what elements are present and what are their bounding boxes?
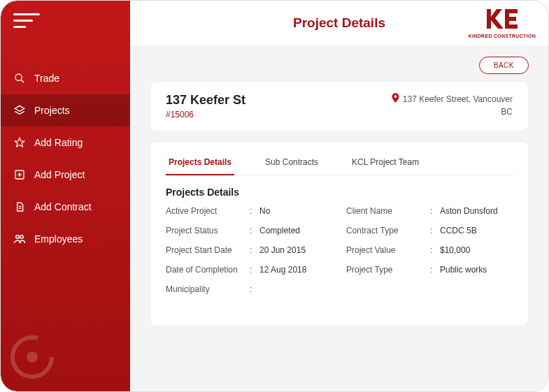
- project-name: 137 Keefer St: [166, 93, 245, 108]
- sidebar-item-projects[interactable]: Projects: [1, 94, 130, 126]
- detail-value: Aston Dunsford: [440, 206, 498, 216]
- svg-rect-1: [13, 20, 33, 22]
- detail-value: $10,000: [440, 245, 470, 255]
- project-address: 137 Keefer Street, Vancouver BC: [392, 93, 513, 117]
- tab-kcl-project-team[interactable]: KCL Project Team: [349, 150, 422, 175]
- section-title: Projects Details: [166, 187, 513, 198]
- people-icon: [13, 233, 26, 245]
- topbar: Project Details KINDRED CONSTRUCTION: [130, 1, 548, 45]
- back-button[interactable]: BACK: [479, 57, 529, 74]
- detail-row: Project Value:$10,000: [346, 245, 513, 255]
- detail-row: Municipality:: [166, 284, 332, 294]
- sidebar-item-trade[interactable]: Trade: [1, 62, 130, 94]
- detail-label: Municipality: [166, 284, 250, 294]
- detail-row: Date of Completion:12 Aug 2018: [166, 265, 332, 275]
- sidebar-item-label: Projects: [34, 105, 70, 116]
- address-line2: BC: [392, 107, 513, 117]
- svg-point-13: [20, 235, 24, 239]
- detail-value: No: [259, 206, 270, 216]
- brand-logo: KINDRED CONSTRUCTION: [469, 8, 536, 38]
- detail-label: Project Status: [166, 226, 250, 235]
- detail-value: 12 Aug 2018: [259, 265, 306, 275]
- svg-rect-0: [13, 13, 40, 15]
- sidebar-item-add-rating[interactable]: Add Rating: [1, 126, 130, 159]
- tab-projects-details[interactable]: Projects Details: [166, 150, 234, 175]
- project-details-card: Projects Details Sub Contracts KCL Proje…: [150, 141, 529, 326]
- sidebar: Trade Projects Add Rating Add Project: [1, 1, 130, 391]
- plus-square-icon: [13, 168, 26, 181]
- detail-value: CCDC 5B: [440, 226, 477, 235]
- detail-label: Active Project: [166, 206, 250, 216]
- detail-value: Completed: [259, 226, 300, 235]
- sidebar-item-label: Employees: [34, 233, 83, 245]
- detail-label: Project Value: [346, 245, 430, 255]
- star-plus-icon: [13, 136, 26, 149]
- detail-row: Project Status:Completed: [166, 226, 332, 235]
- detail-label: Client Name: [346, 206, 430, 216]
- sidebar-item-label: Add Contract: [34, 201, 92, 212]
- detail-label: Date of Completion: [166, 265, 250, 275]
- content: BACK 137 Keefer St #15006 137 Keefer Str…: [130, 45, 548, 391]
- page-title: Project Details: [293, 15, 385, 31]
- tabs: Projects Details Sub Contracts KCL Proje…: [163, 150, 515, 175]
- address-line1: 137 Keefer Street, Vancouver: [403, 94, 513, 104]
- sidebar-item-label: Add Rating: [34, 137, 83, 148]
- detail-row: Active Project:No: [166, 206, 332, 216]
- project-id: #15006: [166, 110, 245, 119]
- detail-row: Contract Type:CCDC 5B: [346, 226, 513, 235]
- svg-line-4: [21, 80, 24, 82]
- logo-caption: KINDRED CONSTRUCTION: [469, 34, 536, 38]
- svg-marker-5: [15, 106, 24, 111]
- sidebar-item-label: Trade: [34, 73, 59, 84]
- tab-sub-contracts[interactable]: Sub Contracts: [262, 150, 321, 175]
- detail-label: Project Type: [346, 265, 430, 275]
- detail-label: Project Start Date: [166, 245, 250, 255]
- detail-label: Contract Type: [346, 226, 430, 235]
- detail-row: Client Name:Aston Dunsford: [346, 206, 513, 216]
- detail-row: Project Start Date:20 Jun 2015: [166, 245, 332, 255]
- hamburger-icon: [13, 13, 40, 29]
- svg-point-3: [15, 74, 22, 80]
- logo-icon: [485, 8, 519, 30]
- watermark-logo: [8, 333, 57, 384]
- svg-rect-2: [13, 26, 26, 28]
- nav: Trade Projects Add Rating Add Project: [1, 62, 130, 255]
- svg-marker-6: [15, 138, 24, 147]
- main: Project Details KINDRED CONSTRUCTION BAC…: [130, 1, 548, 391]
- hamburger-menu-button[interactable]: [13, 13, 130, 29]
- svg-point-12: [16, 235, 20, 239]
- detail-value: Public works: [440, 265, 487, 275]
- svg-point-15: [27, 351, 38, 363]
- details-grid: Active Project:No Client Name:Aston Duns…: [166, 206, 513, 294]
- sidebar-item-add-project[interactable]: Add Project: [1, 159, 130, 191]
- detail-value: 20 Jun 2015: [259, 245, 306, 255]
- project-header-card: 137 Keefer St #15006 137 Keefer Street, …: [150, 81, 529, 131]
- search-icon: [13, 72, 26, 85]
- detail-row: Project Type:Public works: [346, 265, 513, 275]
- sidebar-item-label: Add Project: [34, 169, 85, 180]
- document-icon: [13, 201, 26, 213]
- sidebar-item-employees[interactable]: Employees: [1, 223, 130, 255]
- sidebar-item-add-contract[interactable]: Add Contract: [1, 191, 130, 223]
- layers-icon: [13, 104, 26, 117]
- location-pin-icon: [392, 93, 399, 105]
